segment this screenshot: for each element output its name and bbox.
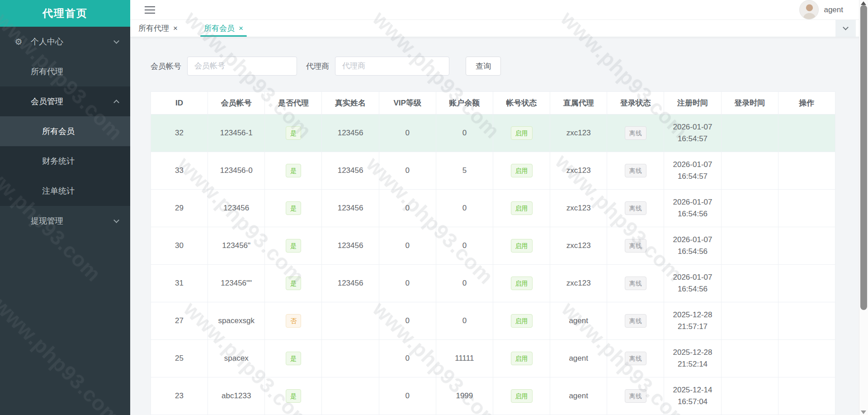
is-agent-badge: 是: [286, 239, 301, 253]
sidebar-item-label: 所有代理: [31, 66, 118, 77]
cell-actions: [778, 227, 835, 265]
sidebar-toggle-button[interactable]: [142, 4, 158, 16]
is-agent-badge: 是: [286, 164, 301, 177]
column-header: 真实姓名: [322, 92, 379, 114]
sidebar-item[interactable]: 所有会员: [0, 116, 130, 146]
search-button[interactable]: 查询: [466, 57, 501, 76]
status-badge: 启用: [511, 277, 533, 290]
sidebar-item-label: 提现管理: [31, 215, 114, 226]
sidebar-item[interactable]: 所有代理: [0, 57, 130, 86]
column-header: VIP等级: [379, 92, 436, 114]
chevron-down-icon: [843, 24, 849, 30]
cell-parent-agent: zxc123: [550, 114, 607, 152]
cell-balance: 0: [436, 227, 493, 265]
register-date: 2026-01-07: [667, 196, 718, 208]
tab-list-dropdown-button[interactable]: [835, 20, 856, 37]
sidebar-item[interactable]: 提现管理: [0, 206, 130, 236]
cell-real-name: 123456: [322, 227, 379, 265]
sidebar-item[interactable]: 会员管理: [0, 86, 130, 116]
table-row[interactable]: 25 spacex 是 0 11111 启用: [151, 340, 835, 377]
status-badge: 启用: [511, 164, 533, 177]
sidebar-title: 代理首页: [0, 0, 130, 27]
register-time: 16:54:57: [667, 133, 718, 145]
sidebar-item-label: 注单统计: [42, 186, 118, 196]
sidebar: 代理首页 个人中心 所有代理 会员管理: [0, 0, 130, 415]
cell-real-name: 123456: [322, 265, 379, 302]
status-badge: 启用: [511, 389, 533, 403]
content-area: 会员帐号 代理商 查询 ID会员帐号是否代理真实姓名VIP等级账户余额帐号状态直…: [130, 37, 868, 415]
chevron-icon: [113, 38, 119, 44]
cell-register-time: 2026-01-07 16:54:56: [664, 190, 721, 227]
cell-account: abc1233: [208, 377, 265, 415]
is-agent-badge: 是: [286, 352, 301, 365]
scrollbar-down-arrow[interactable]: [861, 410, 866, 414]
register-date: 2026-01-07: [667, 234, 718, 246]
members-table: ID会员帐号是否代理真实姓名VIP等级账户余额帐号状态直属代理登录状态注册时间登…: [151, 91, 835, 415]
status-badge: 启用: [511, 126, 533, 140]
table-row[interactable]: 32 123456-1 是 123456 0 0 启用: [151, 114, 835, 152]
register-time: 16:54:56: [667, 208, 718, 220]
cell-is-agent: 是: [265, 265, 322, 302]
cell-status: 启用: [493, 114, 550, 152]
register-date: 2026-01-07: [667, 272, 718, 283]
cell-balance: 1999: [436, 377, 493, 415]
cell-id: 25: [151, 340, 208, 377]
agent-input[interactable]: [335, 57, 449, 76]
login-status-badge: 离线: [625, 201, 646, 215]
cell-register-time: 2026-01-07 16:54:56: [664, 227, 721, 265]
user-menu-button[interactable]: agent: [799, 0, 843, 19]
sidebar-item[interactable]: 个人中心: [0, 27, 130, 57]
column-header: 帐号状态: [493, 92, 550, 114]
cell-id: 29: [151, 190, 208, 227]
sidebar-item-label: 财务统计: [42, 156, 118, 167]
cell-balance: 0: [436, 265, 493, 302]
top-header: agent: [130, 0, 868, 20]
cell-login-time: [721, 114, 778, 152]
close-tab-icon[interactable]: ×: [173, 24, 178, 32]
cell-parent-agent: zxc123: [550, 227, 607, 265]
cell-id: 31: [151, 265, 208, 302]
cell-vip: 0: [379, 152, 436, 190]
table-row[interactable]: 23 abc1233 是 0 1999 启用: [151, 377, 835, 415]
register-time: 16:57:04: [667, 396, 718, 408]
cell-is-agent: 是: [265, 340, 322, 377]
scrollbar-thumb[interactable]: [860, 5, 867, 310]
sidebar-item[interactable]: 注单统计: [0, 176, 130, 206]
chevron-icon: [113, 217, 119, 223]
cell-parent-agent: zxc123: [550, 152, 607, 190]
is-agent-badge: 否: [286, 314, 301, 328]
table-row[interactable]: 31 123456"" 是 123456 0 0 启用: [151, 265, 835, 302]
cell-register-time: 2026-01-07 16:54:57: [664, 114, 721, 152]
cell-balance: 0: [436, 190, 493, 227]
chevron-icon: [113, 100, 119, 105]
cell-vip: 0: [379, 227, 436, 265]
cell-balance: 11111: [436, 340, 493, 377]
sidebar-item[interactable]: 财务统计: [0, 146, 130, 176]
login-status-badge: 离线: [625, 277, 646, 290]
view-tab[interactable]: 所有代理 ×: [135, 20, 181, 37]
table-row[interactable]: 29 123456 是 123456 0 0 启用: [151, 190, 835, 227]
cell-login-status: 离线: [607, 377, 664, 415]
cell-login-time: [721, 340, 778, 377]
table-row[interactable]: 27 spacexsgk 否 0 0 启用: [151, 302, 835, 340]
cell-parent-agent: agent: [550, 377, 607, 415]
register-date: 2025-12-28: [667, 347, 718, 358]
username: agent: [824, 5, 843, 14]
gear-icon: [14, 37, 24, 47]
view-tab[interactable]: 所有会员 ×: [200, 20, 247, 37]
cell-login-status: 离线: [607, 302, 664, 340]
table-row[interactable]: 33 123456-0 是 123456 0 5 启用: [151, 152, 835, 190]
account-input[interactable]: [187, 57, 297, 76]
cell-account: spacexsgk: [208, 302, 265, 340]
cell-real-name: 123456: [322, 190, 379, 227]
cell-id: 27: [151, 302, 208, 340]
tab-label: 所有代理: [138, 23, 169, 33]
register-time: 16:54:56: [667, 283, 718, 295]
close-tab-icon[interactable]: ×: [239, 24, 243, 32]
status-badge: 启用: [511, 314, 533, 328]
scrollbar-up-arrow[interactable]: [861, 1, 866, 5]
cell-login-status: 离线: [607, 114, 664, 152]
table-row[interactable]: 30 123456" 是 123456 0 0 启用: [151, 227, 835, 265]
agent-label: 代理商: [306, 61, 329, 72]
cell-balance: 5: [436, 152, 493, 190]
